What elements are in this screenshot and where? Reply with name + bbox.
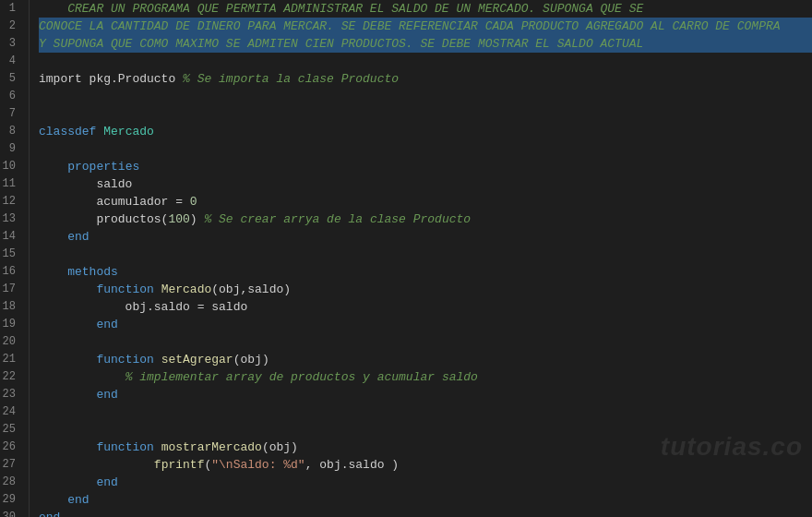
code-line-24 <box>39 403 812 421</box>
line-number-5: 5 <box>0 70 21 88</box>
line-number-8: 8 <box>0 123 21 140</box>
line-number-15: 15 <box>0 246 21 263</box>
code-line-28: end <box>39 474 812 491</box>
line-number-10: 10 <box>0 158 21 175</box>
line-number-22: 22 <box>0 368 21 386</box>
line-number-20: 20 <box>0 333 21 351</box>
line-number-2: 2 <box>0 18 21 35</box>
code-line-11: saldo <box>39 175 812 193</box>
code-line-6 <box>39 88 812 105</box>
line-number-12: 12 <box>0 193 21 210</box>
line-number-28: 28 <box>0 474 21 491</box>
line-number-7: 7 <box>0 105 21 123</box>
line-number-25: 25 <box>0 421 21 439</box>
code-line-8: classdef Mercado <box>39 123 812 140</box>
code-line-19: end <box>39 316 812 333</box>
line-number-4: 4 <box>0 53 21 70</box>
code-line-13: productos(100) % Se crear arrya de la cl… <box>39 210 812 228</box>
code-line-26: function mostrarMercado(obj) <box>39 439 812 456</box>
code-line-30: end <box>39 509 812 517</box>
code-line-25 <box>39 421 812 439</box>
code-line-23: end <box>39 386 812 403</box>
code-line-12: acumulador = 0 <box>39 193 812 210</box>
code-editor: 1234567891011121314151617181920212223242… <box>0 0 812 517</box>
line-numbers: 1234567891011121314151617181920212223242… <box>0 0 30 517</box>
code-line-9 <box>39 140 812 158</box>
line-number-11: 11 <box>0 175 21 193</box>
code-line-5: import pkg.Producto % Se importa la clas… <box>39 70 812 88</box>
code-line-21: function setAgregar(obj) <box>39 351 812 368</box>
line-number-29: 29 <box>0 491 21 509</box>
code-line-14: end <box>39 228 812 246</box>
code-line-16: methods <box>39 263 812 281</box>
code-line-4 <box>39 53 812 70</box>
code-line-17: function Mercado(obj,saldo) <box>39 281 812 298</box>
line-number-17: 17 <box>0 281 21 298</box>
code-line-15 <box>39 246 812 263</box>
line-number-13: 13 <box>0 210 21 228</box>
line-number-16: 16 <box>0 263 21 281</box>
line-number-23: 23 <box>0 386 21 403</box>
code-line-3: Y SUPONGA QUE COMO MAXIMO SE ADMITEN CIE… <box>39 35 812 53</box>
line-number-24: 24 <box>0 403 21 421</box>
line-number-14: 14 <box>0 228 21 246</box>
code-line-10: properties <box>39 158 812 175</box>
code-line-18: obj.saldo = saldo <box>39 298 812 316</box>
code-line-29: end <box>39 491 812 509</box>
code-line-1: CREAR UN PROGRAMA QUE PERMITA ADMINISTRA… <box>39 0 812 18</box>
code-line-2: CONOCE LA CANTIDAD DE DINERO PARA MERCAR… <box>39 18 812 35</box>
line-number-1: 1 <box>0 0 21 18</box>
line-number-26: 26 <box>0 439 21 456</box>
code-line-27: fprintf("\nSaldo: %d", obj.saldo ) <box>39 456 812 474</box>
line-number-27: 27 <box>0 456 21 474</box>
line-number-19: 19 <box>0 316 21 333</box>
code-line-7 <box>39 105 812 123</box>
code-line-22: % implementar array de productos y acumu… <box>39 368 812 386</box>
line-number-6: 6 <box>0 88 21 105</box>
code-area[interactable]: CREAR UN PROGRAMA QUE PERMITA ADMINISTRA… <box>30 0 812 517</box>
line-number-21: 21 <box>0 351 21 368</box>
code-line-20 <box>39 333 812 351</box>
line-number-18: 18 <box>0 298 21 316</box>
line-number-30: 30 <box>0 509 21 517</box>
line-number-9: 9 <box>0 140 21 158</box>
line-number-3: 3 <box>0 35 21 53</box>
